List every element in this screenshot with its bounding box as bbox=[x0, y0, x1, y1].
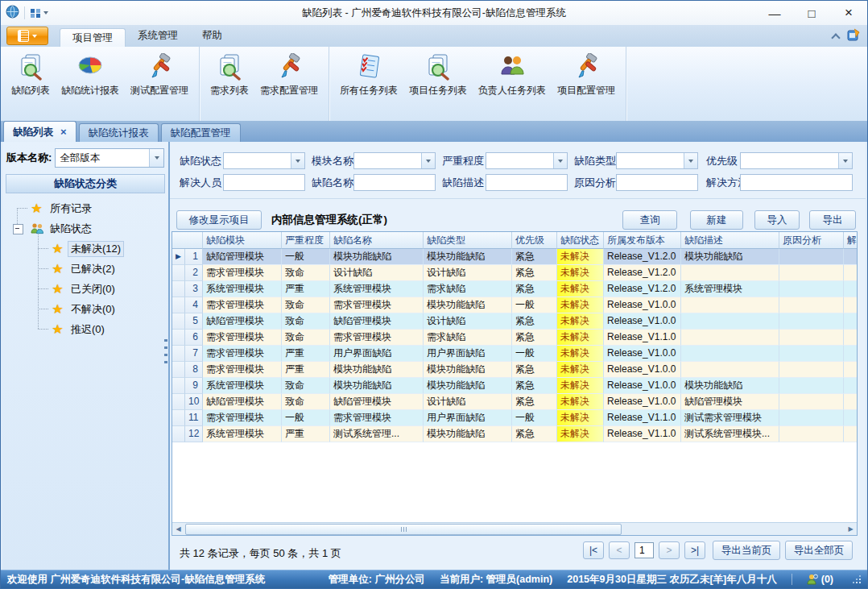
filter-select-priority[interactable] bbox=[740, 152, 853, 169]
filter-select-defect-status[interactable] bbox=[223, 152, 305, 169]
col-header-analysis[interactable]: 原因分析 bbox=[779, 232, 844, 249]
tree-item-unresolved[interactable]: ★ 未解决(12) bbox=[2, 239, 168, 259]
project-config-button[interactable]: 项目配置管理 bbox=[552, 49, 621, 97]
col-header-severity[interactable]: 严重程度 bbox=[282, 232, 330, 249]
modify-columns-button[interactable]: 修改显示项目 bbox=[176, 210, 262, 230]
dropdown-button[interactable] bbox=[553, 153, 567, 168]
new-button[interactable]: 新建 bbox=[690, 210, 743, 230]
minimize-button[interactable]: — bbox=[756, 2, 793, 25]
application-menu-button[interactable] bbox=[6, 27, 48, 45]
requirement-config-button[interactable]: 需求配置管理 bbox=[254, 49, 324, 97]
export-all-pages-button[interactable]: 导出全部页 bbox=[785, 541, 853, 560]
filter-text-resolver[interactable] bbox=[223, 174, 305, 191]
filter-select-severity[interactable] bbox=[486, 152, 568, 169]
tab-close-icon[interactable]: × bbox=[60, 127, 67, 137]
filter-text-solution[interactable] bbox=[740, 174, 853, 191]
ribbon-tab-help[interactable]: 帮助 bbox=[190, 27, 234, 45]
horizontal-scrollbar[interactable]: ◀ ▶ bbox=[172, 522, 857, 535]
col-header-release[interactable]: 所属发布版本 bbox=[604, 232, 681, 249]
filter-input[interactable] bbox=[617, 175, 697, 190]
table-row[interactable]: 10 缺陷管理模块致命 缺陷管理模块设计缺陷 紧急未解决 Release_V1.… bbox=[172, 394, 857, 410]
filter-input[interactable] bbox=[741, 175, 852, 190]
tree-item-closed[interactable]: ★ 已关闭(0) bbox=[2, 279, 168, 299]
filter-input[interactable] bbox=[354, 153, 421, 168]
tree-item-defect-status[interactable]: 缺陷状态 bbox=[2, 218, 168, 239]
defect-list-button[interactable]: 缺陷列表 bbox=[6, 49, 56, 97]
ribbon-tab-system-management[interactable]: 系统管理 bbox=[126, 27, 190, 45]
requirement-list-button[interactable]: 需求列表 bbox=[205, 49, 254, 97]
import-button[interactable]: 导入 bbox=[754, 210, 800, 230]
table-row[interactable]: 7 需求管理模块严重 用户界面缺陷用户界面缺陷 一般未解决 Release_V1… bbox=[172, 346, 857, 362]
filter-input[interactable] bbox=[486, 175, 567, 190]
tree-item-postponed[interactable]: ★ 推迟(0) bbox=[2, 319, 168, 339]
doc-tab-defect-config[interactable]: 缺陷配置管理 bbox=[161, 123, 241, 142]
scroll-left-icon[interactable]: ◀ bbox=[172, 524, 184, 535]
sidebar-splitter-handle[interactable] bbox=[164, 339, 167, 368]
table-row[interactable]: 5 缺陷管理模块致命 缺陷管理模块设计缺陷 紧急未解决 Release_V1.0… bbox=[172, 313, 857, 330]
ribbon-tab-project-management[interactable]: 项目管理 bbox=[60, 28, 126, 48]
table-row[interactable]: ▶ 1 缺陷管理模块一般 模块功能缺陷模块功能缺陷 紧急未解决 Release_… bbox=[172, 249, 857, 265]
doc-tab-defect-list[interactable]: 缺陷列表 × bbox=[3, 121, 76, 142]
table-row[interactable]: 8 需求管理模块严重 模块功能缺陷模块功能缺陷 紧急未解决 Release_V1… bbox=[172, 362, 857, 378]
table-row[interactable]: 2 需求管理模块致命 设计缺陷设计缺陷 紧急未解决 Release_V1.2.0 bbox=[172, 265, 857, 281]
defect-report-button[interactable]: 缺陷统计报表 bbox=[56, 49, 125, 97]
col-header-name[interactable]: 缺陷名称 bbox=[330, 232, 424, 249]
next-page-button[interactable]: > bbox=[659, 541, 680, 559]
tree-collapse-icon[interactable] bbox=[13, 224, 23, 234]
col-header-module[interactable]: 缺陷模块 bbox=[203, 232, 282, 249]
skin-style-icon[interactable] bbox=[847, 28, 861, 44]
scroll-right-icon[interactable]: ▶ bbox=[845, 524, 857, 535]
last-page-button[interactable]: >| bbox=[684, 541, 705, 559]
query-button[interactable]: 查询 bbox=[622, 210, 677, 230]
col-header-status[interactable]: 缺陷状态 bbox=[557, 232, 604, 249]
col-header-type[interactable]: 缺陷类型 bbox=[424, 232, 512, 249]
version-select[interactable]: 全部版本 bbox=[55, 148, 164, 168]
quick-access-grid-icon[interactable] bbox=[30, 8, 48, 19]
close-button[interactable]: × bbox=[830, 2, 867, 25]
filter-input[interactable] bbox=[617, 153, 684, 168]
dropdown-button[interactable] bbox=[421, 153, 435, 168]
project-tasks-button[interactable]: 项目任务列表 bbox=[403, 49, 473, 97]
col-header-priority[interactable]: 优先级 bbox=[512, 232, 557, 249]
maximize-button[interactable]: □ bbox=[793, 2, 830, 25]
filter-text-defect-desc[interactable] bbox=[486, 174, 568, 191]
table-row[interactable]: 9 系统管理模块致命 模块功能缺陷模块功能缺陷 紧急未解决 Release_V1… bbox=[172, 378, 857, 394]
dropdown-button[interactable] bbox=[291, 153, 304, 168]
filter-input[interactable] bbox=[486, 153, 553, 168]
filter-input[interactable] bbox=[741, 153, 838, 168]
row-indicator-header bbox=[172, 232, 203, 249]
message-indicator[interactable]: (0) bbox=[807, 574, 833, 585]
table-row[interactable]: 6 需求管理模块致命 需求管理模块需求缺陷 紧急未解决 Release_V1.1… bbox=[172, 330, 857, 346]
scrollbar-thumb[interactable] bbox=[185, 524, 622, 535]
first-page-button[interactable]: |< bbox=[583, 541, 604, 559]
col-header-desc[interactable]: 缺陷描述 bbox=[681, 232, 779, 249]
table-row[interactable]: 12 系统管理模块严重 测试系统管理...模块功能缺陷 紧急未解决 Releas… bbox=[172, 426, 857, 442]
tree-item-resolved[interactable]: ★ 已解决(2) bbox=[2, 259, 168, 279]
prev-page-button[interactable]: < bbox=[609, 541, 630, 559]
filter-input[interactable] bbox=[224, 153, 291, 168]
owner-tasks-button[interactable]: 负责人任务列表 bbox=[473, 49, 552, 97]
dropdown-button[interactable] bbox=[838, 153, 852, 168]
export-current-page-button[interactable]: 导出当前页 bbox=[713, 541, 780, 560]
filter-input[interactable] bbox=[354, 175, 435, 190]
filter-input[interactable] bbox=[224, 175, 304, 190]
export-button[interactable]: 导出 bbox=[809, 210, 856, 230]
filter-select-defect-type[interactable] bbox=[616, 152, 698, 169]
collapse-ribbon-icon[interactable] bbox=[832, 34, 839, 39]
table-row[interactable]: 4 需求管理模块致命 需求管理模块模块功能缺陷 一般未解决 Release_V1… bbox=[172, 297, 857, 313]
all-tasks-button[interactable]: 所有任务列表 bbox=[334, 49, 403, 97]
filter-text-cause-analysis[interactable] bbox=[616, 174, 698, 191]
tree-item-all-records[interactable]: ★ 所有记录 bbox=[2, 198, 168, 218]
col-header-solution[interactable]: 解决方法 bbox=[844, 232, 858, 249]
dropdown-button[interactable] bbox=[684, 153, 697, 168]
tree-item-wont-fix[interactable]: ★ 不解决(0) bbox=[2, 299, 168, 319]
dropdown-button[interactable] bbox=[149, 149, 163, 167]
table-row[interactable]: 11 需求管理模块一般 需求管理模块用户界面缺陷 一般未解决 Release_V… bbox=[172, 410, 857, 426]
test-config-button[interactable]: 测试配置管理 bbox=[125, 49, 194, 97]
doc-tab-defect-report[interactable]: 缺陷统计报表 bbox=[79, 123, 159, 142]
table-row[interactable]: 3 系统管理模块严重 系统管理模块需求缺陷 紧急未解决 Release_V1.2… bbox=[172, 281, 857, 297]
filter-text-defect-name[interactable] bbox=[353, 174, 436, 191]
filter-select-module-name[interactable] bbox=[353, 152, 436, 169]
resize-grip-icon[interactable] bbox=[853, 575, 861, 583]
page-number-input[interactable] bbox=[634, 542, 654, 558]
